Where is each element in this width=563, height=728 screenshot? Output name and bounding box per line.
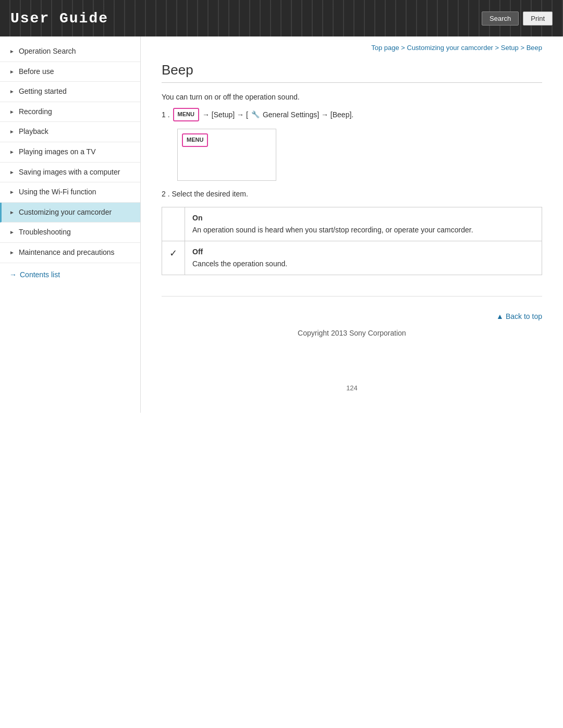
arrow-icon: ►	[9, 229, 15, 236]
sidebar: ► Operation Search ► Before use ► Gettin…	[0, 36, 141, 413]
sidebar-item-operation-search[interactable]: ► Operation Search	[0, 42, 140, 62]
breadcrumb-sep3: >	[520, 44, 526, 52]
option-off-description: Cancels the operation sound.	[192, 260, 287, 268]
step2-number: 2 .	[162, 190, 170, 198]
contents-list-link[interactable]: → Contents list	[0, 263, 140, 284]
intro-text: You can turn on or off the operation sou…	[162, 91, 542, 103]
sidebar-item-getting-started[interactable]: ► Getting started	[0, 82, 140, 102]
sidebar-item-label: Using the Wi-Fi function	[19, 187, 96, 198]
sidebar-item-label: Troubleshooting	[19, 227, 71, 238]
up-arrow-icon: ▲	[496, 312, 504, 320]
arrow-icon: ►	[9, 48, 15, 55]
breadcrumb-setup[interactable]: Setup	[501, 44, 519, 52]
arrow-icon: ►	[9, 128, 15, 135]
option-on-label: On	[192, 213, 534, 224]
breadcrumb-beep[interactable]: Beep	[527, 44, 542, 52]
arrow-right-icon: →	[9, 270, 17, 279]
sidebar-item-maintenance[interactable]: ► Maintenance and precautions	[0, 243, 140, 263]
sidebar-item-label: Getting started	[19, 87, 67, 97]
menu-button: MENU	[173, 108, 199, 121]
sidebar-item-recording[interactable]: ► Recording	[0, 102, 140, 122]
content-area: Top page > Customizing your camcorder > …	[141, 36, 563, 413]
arrow-icon: ►	[9, 169, 15, 176]
sidebar-item-label: Customizing your camcorder	[19, 207, 112, 218]
site-title: User Guide	[10, 10, 108, 27]
option-off-cell: Off Cancels the operation sound.	[185, 241, 542, 275]
step1-number: 1 .	[162, 109, 170, 120]
arrow-icon: ►	[9, 149, 15, 156]
sidebar-item-label: Playing images on a TV	[19, 147, 96, 157]
breadcrumb: Top page > Customizing your camcorder > …	[162, 36, 542, 57]
arrow-icon: ►	[9, 68, 15, 76]
sidebar-item-customizing[interactable]: ► Customizing your camcorder	[0, 203, 140, 223]
arrow-icon: ►	[9, 249, 15, 256]
back-to-top-bar: ▲ Back to top	[162, 296, 542, 324]
back-to-top-label: Back to top	[506, 312, 542, 320]
sidebar-item-troubleshooting[interactable]: ► Troubleshooting	[0, 223, 140, 243]
sidebar-item-label: Saving images with a computer	[19, 167, 120, 178]
page-title: Beep	[162, 62, 542, 83]
breadcrumb-top[interactable]: Top page	[371, 44, 399, 52]
option-on-checkmark	[162, 207, 185, 241]
option-table: On An operation sound is heard when you …	[162, 207, 542, 275]
contents-list-label: Contents list	[20, 270, 60, 279]
step2-text: Select the desired item.	[172, 190, 248, 198]
sidebar-item-label: Recording	[19, 107, 52, 117]
page-number: 124	[162, 384, 542, 392]
arrow-icon: ►	[9, 88, 15, 95]
option-on-row: On An operation sound is heard when you …	[162, 207, 542, 241]
option-off-row: ✓ Off Cancels the operation sound.	[162, 241, 542, 275]
copyright-text: Copyright 2013 Sony Corporation	[298, 329, 406, 337]
option-on-description: An operation sound is heard when you sta…	[192, 226, 473, 234]
step1: 1 . MENU → [Setup] → [🔧General Settings]…	[162, 108, 542, 121]
back-to-top-link[interactable]: ▲ Back to top	[496, 312, 542, 320]
sidebar-item-before-use[interactable]: ► Before use	[0, 62, 140, 82]
main-layout: ► Operation Search ► Before use ► Gettin…	[0, 36, 563, 413]
sidebar-item-label: Maintenance and precautions	[19, 248, 115, 258]
content-body: You can turn on or off the operation sou…	[162, 91, 542, 275]
sidebar-item-label: Before use	[19, 67, 54, 77]
sidebar-item-label: Operation Search	[19, 46, 76, 57]
option-off-checkmark: ✓	[162, 241, 185, 275]
option-off-label: Off	[192, 246, 534, 257]
sidebar-item-saving-images[interactable]: ► Saving images with a computer	[0, 163, 140, 183]
arrow-icon: ►	[9, 108, 15, 116]
step2: 2 . Select the desired item.	[162, 188, 542, 200]
footer: Copyright 2013 Sony Corporation	[162, 324, 542, 353]
diagram-box: MENU	[177, 129, 276, 181]
option-on-cell: On An operation sound is heard when you …	[185, 207, 542, 241]
sidebar-item-playback[interactable]: ► Playback	[0, 122, 140, 142]
header-buttons: Search Print	[482, 11, 553, 26]
search-button[interactable]: Search	[482, 11, 519, 26]
sidebar-item-wifi[interactable]: ► Using the Wi-Fi function	[0, 182, 140, 203]
sidebar-item-label: Playback	[19, 127, 48, 137]
header: User Guide Search Print	[0, 0, 563, 36]
diagram-menu-button: MENU	[182, 133, 208, 147]
wrench-icon: 🔧	[251, 109, 260, 120]
step1-text2: General Settings] → [Beep].	[263, 109, 353, 120]
print-button[interactable]: Print	[523, 11, 553, 26]
arrow-icon: ►	[9, 189, 15, 196]
breadcrumb-sep1: >	[401, 44, 407, 52]
sidebar-item-playing-images-tv[interactable]: ► Playing images on a TV	[0, 142, 140, 163]
arrow-icon: ►	[9, 209, 15, 216]
step1-text: → [Setup] → [	[202, 109, 248, 120]
breadcrumb-customizing[interactable]: Customizing your camcorder	[407, 44, 493, 52]
breadcrumb-sep2: >	[495, 44, 501, 52]
